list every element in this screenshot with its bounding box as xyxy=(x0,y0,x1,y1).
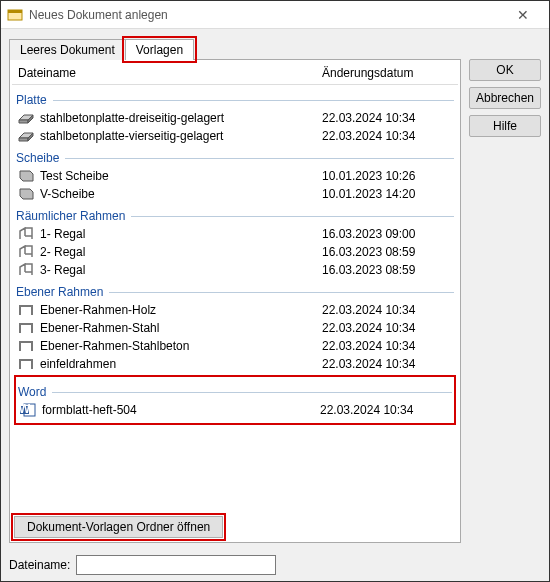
svg-marker-3 xyxy=(19,120,28,123)
right-button-column: OK Abbrechen Hilfe xyxy=(469,37,541,543)
pane-icon xyxy=(18,187,34,201)
group-header[interactable]: Scheibe xyxy=(16,151,454,165)
group-header[interactable]: Ebener Rahmen xyxy=(16,285,454,299)
group-divider xyxy=(109,292,454,293)
svg-marker-8 xyxy=(20,171,33,181)
group-header[interactable]: Platte xyxy=(16,93,454,107)
item-name: einfeldrahmen xyxy=(40,357,322,371)
slab-icon xyxy=(18,129,34,143)
group-label: Word xyxy=(18,385,46,399)
filename-label: Dateiname: xyxy=(9,558,70,572)
item-name: Test Scheibe xyxy=(40,169,322,183)
list-item[interactable]: V-Scheibe10.01.2023 14:20 xyxy=(16,185,454,203)
open-templates-folder-button[interactable]: Dokument-Vorlagen Ordner öffnen xyxy=(14,516,223,538)
frame2d-icon xyxy=(18,303,34,317)
word-icon: W xyxy=(20,403,36,417)
item-name: V-Scheibe xyxy=(40,187,322,201)
group-header[interactable]: Word xyxy=(18,385,452,399)
svg-marker-9 xyxy=(20,189,33,199)
list-item[interactable]: Ebener-Rahmen-Holz22.03.2024 10:34 xyxy=(16,301,454,319)
item-date: 22.03.2024 10:34 xyxy=(322,339,452,353)
group-label: Platte xyxy=(16,93,47,107)
item-date: 22.03.2024 10:34 xyxy=(322,321,452,335)
filename-row: Dateiname: xyxy=(1,551,549,581)
group-divider xyxy=(131,216,454,217)
item-name: Ebener-Rahmen-Stahl xyxy=(40,321,322,335)
slab-icon xyxy=(18,111,34,125)
frame3d-icon xyxy=(18,227,34,241)
item-date: 22.03.2024 10:34 xyxy=(322,111,452,125)
item-name: stahlbetonplatte-dreiseitig-gelagert xyxy=(40,111,322,125)
list-item[interactable]: Wformblatt-heft-50422.03.2024 10:34 xyxy=(18,401,452,419)
list-header: Dateiname Änderungsdatum xyxy=(12,62,458,85)
list-body[interactable]: Plattestahlbetonplatte-dreiseitig-gelage… xyxy=(12,85,458,510)
item-name: Ebener-Rahmen-Stahlbeton xyxy=(40,339,322,353)
item-name: 2- Regal xyxy=(40,245,322,259)
group-divider xyxy=(52,392,452,393)
filename-input[interactable] xyxy=(76,555,276,575)
list-item[interactable]: Test Scheibe10.01.2023 10:26 xyxy=(16,167,454,185)
dialog-window: Neues Dokument anlegen ✕ Leeres Dokument… xyxy=(0,0,550,582)
ok-button[interactable]: OK xyxy=(469,59,541,81)
frame3d-icon xyxy=(18,245,34,259)
svg-marker-6 xyxy=(19,138,28,141)
group-header[interactable]: Räumlicher Rahmen xyxy=(16,209,454,223)
item-date: 16.03.2023 09:00 xyxy=(322,227,452,241)
item-name: 3- Regal xyxy=(40,263,322,277)
group-divider xyxy=(65,158,454,159)
list-item[interactable]: stahlbetonplatte-vierseitig-gelagert22.0… xyxy=(16,127,454,145)
item-date: 22.03.2024 10:34 xyxy=(320,403,450,417)
item-date: 16.03.2023 08:59 xyxy=(322,263,452,277)
item-date: 22.03.2024 10:34 xyxy=(322,357,452,371)
group-label: Ebener Rahmen xyxy=(16,285,103,299)
item-date: 10.01.2023 10:26 xyxy=(322,169,452,183)
column-header-date[interactable]: Änderungsdatum xyxy=(322,66,452,80)
dialog-title: Neues Dokument anlegen xyxy=(29,8,503,22)
item-date: 10.01.2023 14:20 xyxy=(322,187,452,201)
group-label: Räumlicher Rahmen xyxy=(16,209,125,223)
list-item[interactable]: Ebener-Rahmen-Stahl22.03.2024 10:34 xyxy=(16,319,454,337)
left-pane: Leeres Dokument Vorlagen Dateiname Änder… xyxy=(9,37,461,543)
item-name: Ebener-Rahmen-Holz xyxy=(40,303,322,317)
frame2d-icon xyxy=(18,339,34,353)
group-label: Scheibe xyxy=(16,151,59,165)
group-divider xyxy=(53,100,454,101)
tab-templates[interactable]: Vorlagen xyxy=(125,39,194,60)
list-item[interactable]: 1- Regal16.03.2023 09:00 xyxy=(16,225,454,243)
list-item[interactable]: stahlbetonplatte-dreiseitig-gelagert22.0… xyxy=(16,109,454,127)
item-name: formblatt-heft-504 xyxy=(42,403,320,417)
svg-text:W: W xyxy=(20,403,31,416)
item-name: stahlbetonplatte-vierseitig-gelagert xyxy=(40,129,322,143)
list-item[interactable]: 2- Regal16.03.2023 08:59 xyxy=(16,243,454,261)
item-date: 22.03.2024 10:34 xyxy=(322,303,452,317)
tab-strip: Leeres Dokument Vorlagen xyxy=(9,37,461,59)
dialog-body: Leeres Dokument Vorlagen Dateiname Änder… xyxy=(1,29,549,551)
frame3d-icon xyxy=(18,263,34,277)
pane-icon xyxy=(18,169,34,183)
help-button[interactable]: Hilfe xyxy=(469,115,541,137)
frame2d-icon xyxy=(18,321,34,335)
column-header-name[interactable]: Dateiname xyxy=(18,66,322,80)
app-icon xyxy=(7,7,23,23)
svg-rect-1 xyxy=(8,10,22,13)
titlebar: Neues Dokument anlegen ✕ xyxy=(1,1,549,29)
item-name: 1- Regal xyxy=(40,227,322,241)
list-item[interactable]: Ebener-Rahmen-Stahlbeton22.03.2024 10:34 xyxy=(16,337,454,355)
item-date: 16.03.2023 08:59 xyxy=(322,245,452,259)
close-button[interactable]: ✕ xyxy=(503,2,543,28)
list-item[interactable]: einfeldrahmen22.03.2024 10:34 xyxy=(16,355,454,373)
tab-empty-document[interactable]: Leeres Dokument xyxy=(9,39,126,60)
template-list: Dateiname Änderungsdatum Plattestahlbeto… xyxy=(9,59,461,543)
list-item[interactable]: 3- Regal16.03.2023 08:59 xyxy=(16,261,454,279)
cancel-button[interactable]: Abbrechen xyxy=(469,87,541,109)
item-date: 22.03.2024 10:34 xyxy=(322,129,452,143)
frame2d-icon xyxy=(18,357,34,371)
list-footer: Dokument-Vorlagen Ordner öffnen xyxy=(12,510,458,540)
